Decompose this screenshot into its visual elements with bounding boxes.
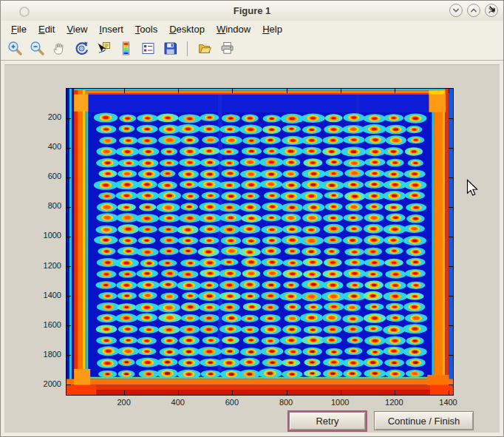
figure-window: Figure 1 FileEditViewInsertToolsDesktopW…: [0, 0, 504, 437]
data-cursor-button[interactable]: [95, 41, 112, 57]
title-bar[interactable]: Figure 1: [1, 1, 503, 21]
menu-insert[interactable]: Insert: [99, 24, 123, 35]
x-tick-label: 600: [225, 398, 239, 407]
menu-bar: FileEditViewInsertToolsDesktopWindowHelp: [1, 21, 503, 37]
minimize-button[interactable]: [449, 4, 463, 17]
window-title: Figure 1: [1, 5, 503, 16]
x-tick-label: 1000: [331, 398, 349, 407]
menu-help[interactable]: Help: [262, 24, 282, 35]
menu-desktop[interactable]: Desktop: [169, 24, 205, 35]
legend-button[interactable]: [140, 41, 156, 57]
menu-view[interactable]: View: [67, 24, 87, 35]
zoom-in-button[interactable]: [7, 41, 23, 57]
save-icon: [163, 41, 178, 56]
pan-button[interactable]: [51, 41, 67, 57]
x-tick-label: 800: [279, 398, 293, 407]
maximize-button[interactable]: [467, 4, 480, 17]
zoom-out-button[interactable]: [29, 41, 45, 57]
save-button[interactable]: [162, 41, 178, 57]
menu-tools[interactable]: Tools: [135, 24, 157, 35]
y-tick-label: 400: [26, 142, 61, 151]
colorbar-button[interactable]: [118, 41, 134, 57]
x-tick-label: 1400: [439, 398, 457, 407]
y-tick-label: 2000: [26, 379, 61, 388]
zoom-out-icon: [30, 41, 45, 56]
rotate-3d-button[interactable]: [73, 41, 89, 57]
open-folder-icon: [197, 41, 213, 56]
chevron-up-icon: [468, 4, 480, 16]
menu-file[interactable]: File: [11, 24, 27, 35]
plot-axes: [66, 88, 454, 396]
menu-edit[interactable]: Edit: [38, 24, 55, 35]
data-cursor-icon: [96, 41, 112, 56]
menu-overflow-arrow-icon[interactable]: [488, 4, 497, 13]
y-tick-label: 1200: [26, 261, 61, 270]
y-tick-label: 1000: [26, 231, 61, 240]
x-tick-label: 1200: [385, 398, 403, 407]
x-tick-label: 200: [117, 398, 130, 407]
x-tick-label: 400: [171, 398, 185, 407]
retry-button[interactable]: Retry: [289, 412, 366, 430]
legend-icon: [140, 41, 156, 56]
figure-toolbar: [1, 37, 503, 61]
y-tick-label: 1800: [26, 350, 61, 359]
retry-button-highlight: Retry: [287, 410, 367, 432]
rotate-3d-icon: [74, 41, 89, 56]
y-tick-label: 1600: [26, 320, 61, 329]
menu-window[interactable]: Window: [217, 24, 251, 35]
continue-finish-button[interactable]: Continue / Finish: [374, 411, 474, 430]
y-tick-label: 1400: [26, 291, 61, 299]
axis-ticks: [67, 89, 453, 395]
open-folder-button[interactable]: [197, 41, 213, 57]
chevron-down-icon: [450, 4, 462, 16]
y-tick-label: 600: [26, 172, 61, 180]
y-tick-label: 800: [26, 201, 61, 210]
y-tick-label: 200: [26, 112, 61, 121]
zoom-in-icon: [7, 41, 23, 56]
print-button[interactable]: [219, 41, 235, 57]
pan-icon: [52, 41, 67, 56]
colorbar-icon: [118, 41, 134, 56]
toolbar-separator: [187, 41, 188, 56]
print-icon: [219, 41, 235, 56]
